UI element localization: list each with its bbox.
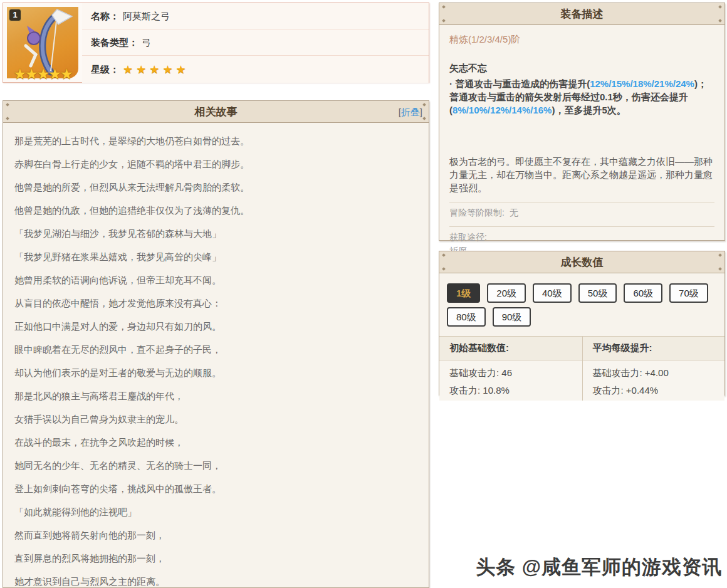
level-button[interactable]: 1级 <box>447 283 480 303</box>
story-line: 她才意识到自己与烈风之主的距离。 <box>14 577 417 586</box>
skill-desc-segment: 12%/15%/18%/21%/24% <box>590 78 694 89</box>
story-line: 直到屏息的烈风将她拥抱的那一刻， <box>14 554 417 563</box>
restriction-row: 冒险等阶限制:无 <box>449 202 714 219</box>
level-button[interactable]: 40级 <box>533 283 572 303</box>
growth-body: 1级20级40级50级60级70级80级90级 初始基础数值: 基础攻击力: 4… <box>439 273 724 401</box>
per-level-stats-header: 平均每级提升: <box>583 337 725 360</box>
name-value: 阿莫斯之弓 <box>123 11 170 21</box>
story-line: 她曾用柔软的语调向他诉说，但帝王却充耳不闻。 <box>14 275 417 285</box>
initial-stats-header: 初始基础数值: <box>439 337 582 360</box>
collapse-link-label: 折叠 <box>401 107 420 117</box>
equipment-description-panel: 装备描述 精炼(1/2/3/4/5)阶 矢志不忘 · 普通攻击与重击造成的伤害提… <box>439 3 725 241</box>
story-line: 「我梦见湖泊与细沙，我梦见苍郁的森林与大地」 <box>14 229 417 238</box>
watermark: 头条 @咸鱼军师的游戏资讯 <box>476 554 722 580</box>
level-button[interactable]: 90级 <box>493 307 531 327</box>
field-rarity: 星级：★★★★★ <box>82 56 429 83</box>
stat-line: 攻击力: +0.44% <box>593 385 715 397</box>
refinement-rank-line: 精炼(1/2/3/4/5)阶 <box>449 34 714 46</box>
weapon-skill-description: · 普通攻击与重击造成的伤害提升(12%/15%/18%/21%/24%)；普通… <box>449 77 714 117</box>
rarity-star-rating: ★★★★★ <box>123 63 189 76</box>
level-button[interactable]: 80级 <box>447 307 486 327</box>
rarity-label: 星级： <box>91 64 119 75</box>
story-line: 他曾是她的所爱，但烈风从来无法理解凡骨肉胎的柔软。 <box>14 182 417 192</box>
story-panel-title: 相关故事 <box>195 106 238 118</box>
story-line: 赤脚在白骨上行走的少女，追随不羁的塔中君王的脚步。 <box>14 159 417 169</box>
type-value: 弓 <box>142 37 151 48</box>
level-button[interactable]: 70级 <box>669 283 708 303</box>
initial-stats-values: 基础攻击力: 46攻击力: 10.8% <box>439 360 582 401</box>
image-star-rating: ★★★★★ <box>7 66 78 83</box>
story-line: 从盲目的依恋中醒悟，她才发觉他原来没有真心： <box>14 298 417 308</box>
weapon-flavor-text: 极为古老的弓。即使愿主不复存在，其中蕴藏之力依旧——那种力量无主，却在万物当中。… <box>449 155 714 194</box>
story-line: 女猎手误以为自己曾身为奴隶主的宠儿。 <box>14 414 417 424</box>
per-level-stats-column: 平均每级提升: 基础攻击力: +4.00攻击力: +0.44% <box>582 337 725 401</box>
level-button[interactable]: 20级 <box>487 283 526 303</box>
related-story-panel: 相关故事 [折叠] 那是荒芜的上古时代，是翠绿的大地仍苍白如骨的过去。赤脚在白骨… <box>3 100 429 588</box>
growth-panel-title: 成长数值 <box>561 256 604 268</box>
weapon-info-card: 1 ★★★★★ 名称：阿莫斯之弓 装备类型：弓 星级：★★★★★ <box>3 3 429 83</box>
level-selector: 1级20级40级50级60级70级80级90级 <box>447 283 717 331</box>
per-level-stats-values: 基础攻击力: +4.00攻击力: +0.44% <box>583 360 725 401</box>
skill-desc-segment: · 普通攻击与重击造成的伤害提升( <box>449 78 590 89</box>
field-type: 装备类型：弓 <box>82 29 429 56</box>
story-line: 她同无名的少年、无名的精灵、无名的骑士一同， <box>14 461 417 470</box>
story-text: 那是荒芜的上古时代，是翠绿的大地仍苍白如骨的过去。赤脚在白骨上行走的少女，追随不… <box>3 123 429 586</box>
skill-desc-segment: )，至多提升5次。 <box>552 105 625 115</box>
story-line: 那是北风的狼主与高塔君王鏖战的年代， <box>14 391 417 401</box>
stats-table: 初始基础数值: 基础攻击力: 46攻击力: 10.8% 平均每级提升: 基础攻击… <box>439 336 724 401</box>
field-name: 名称：阿莫斯之弓 <box>82 3 429 29</box>
count-badge: 1 <box>9 9 21 21</box>
growth-panel-header: 成长数值 <box>439 251 724 273</box>
growth-stats-panel: 成长数值 1级20级40级50级60级70级80级90级 初始基础数值: 基础攻… <box>439 251 725 396</box>
story-line: 那是荒芜的上古时代，是翠绿的大地仍苍白如骨的过去。 <box>14 136 417 145</box>
skill-desc-segment: 8%/10%/12%/14%/16% <box>452 105 552 115</box>
stat-line: 基础攻击力: 46 <box>449 367 572 379</box>
stat-line: 攻击力: 10.8% <box>449 385 572 397</box>
collapse-link[interactable]: [折叠] <box>399 101 422 123</box>
level-button[interactable]: 60级 <box>624 283 662 303</box>
name-label: 名称： <box>91 11 119 21</box>
desc-body: 精炼(1/2/3/4/5)阶 矢志不忘 · 普通攻击与重击造成的伤害提升(12%… <box>439 25 724 257</box>
story-line: 眼中睥睨着在无尽的烈风中，直不起身子的子民， <box>14 345 417 354</box>
weapon-skill-name: 矢志不忘 <box>449 63 714 75</box>
initial-stats-column: 初始基础数值: 基础攻击力: 46攻击力: 10.8% <box>439 337 582 401</box>
type-label: 装备类型： <box>91 37 138 48</box>
story-line: 然而直到她将箭矢射向他的那一刻， <box>14 530 417 540</box>
story-line: 他曾是她的仇敌，但她的追猎绝非仅仅为了浅薄的复仇。 <box>14 206 417 215</box>
story-line: 在战斗的最末，在抗争之风吹起的时候， <box>14 438 417 447</box>
desc-panel-title: 装备描述 <box>561 8 604 20</box>
source-label: 获取途径: <box>449 232 487 242</box>
restriction-label: 冒险等阶限制: <box>449 207 505 218</box>
story-line: 「如此就能得到他的注视吧」 <box>14 507 417 517</box>
weapon-fields: 名称：阿莫斯之弓 装备类型：弓 星级：★★★★★ <box>82 3 429 82</box>
story-panel-header: 相关故事 [折叠] <box>3 101 429 123</box>
story-line: 登上如剑刺向苍穹的尖塔，挑战风中的孤傲王者。 <box>14 484 417 493</box>
stat-line: 基础攻击力: +4.00 <box>593 367 715 379</box>
story-line: 正如他口中满是对人的爱，身边却只有如刀的风。 <box>14 322 417 331</box>
weapon-image: 1 ★★★★★ <box>7 7 78 78</box>
story-line: 却认为他们表示的是对王者的敬爱与无边的顺服。 <box>14 368 417 377</box>
restriction-value: 无 <box>510 207 518 218</box>
story-line: 「我梦见野猪在浆果丛嬉戏，我梦见高耸的尖峰」 <box>14 252 417 261</box>
desc-panel-header: 装备描述 <box>439 3 724 25</box>
level-button[interactable]: 50级 <box>578 283 617 303</box>
